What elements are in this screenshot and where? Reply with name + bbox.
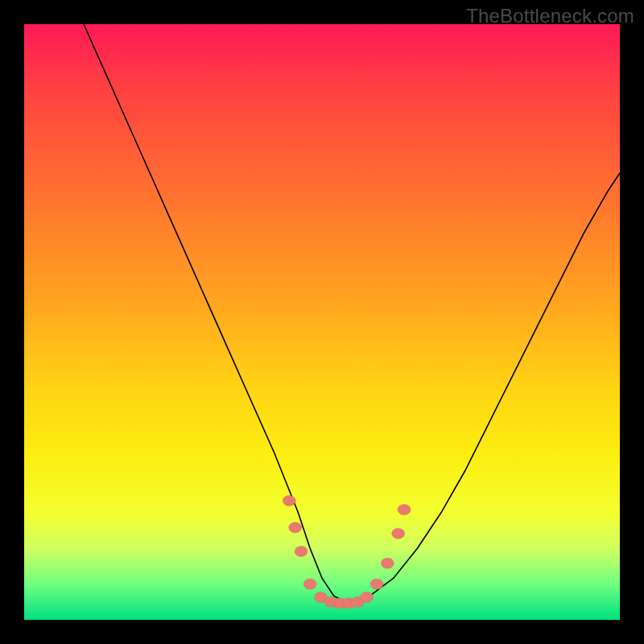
chart-frame: TheBottleneck.com xyxy=(0,0,644,644)
curve-marker xyxy=(381,558,394,568)
curve-marker xyxy=(392,528,405,539)
curve-marker xyxy=(361,592,374,602)
curve-marker xyxy=(289,522,302,533)
curve-marker xyxy=(303,579,316,589)
curve-marker xyxy=(398,505,411,515)
curve-marker xyxy=(370,579,383,589)
curve-marker xyxy=(295,546,308,556)
bottleneck-curve xyxy=(84,24,620,602)
plot-area xyxy=(24,24,620,620)
curve-marker xyxy=(283,496,295,506)
marker-group xyxy=(283,496,411,609)
curve-layer xyxy=(24,24,620,620)
watermark-text: TheBottleneck.com xyxy=(466,5,634,27)
